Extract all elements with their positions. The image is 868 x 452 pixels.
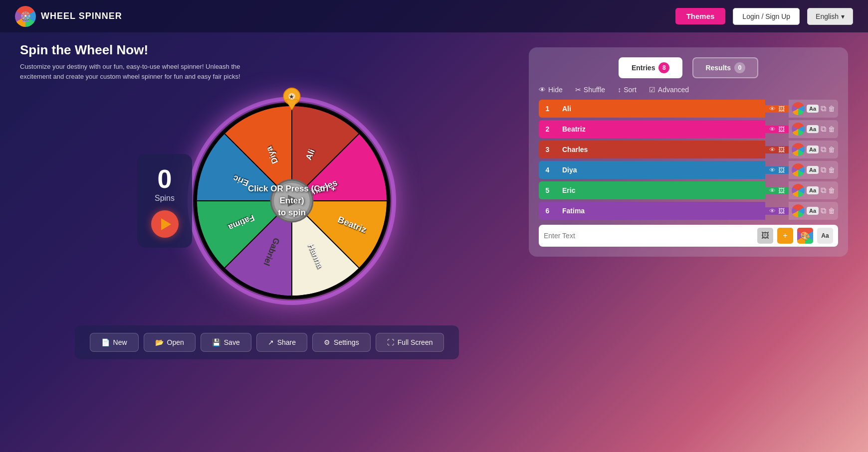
settings-button[interactable]: ⚙ Settings xyxy=(312,333,371,352)
themes-button[interactable]: Themes xyxy=(675,8,726,24)
color-picker-button[interactable]: 🎨 xyxy=(797,228,813,244)
hide-button[interactable]: 👁 Hide xyxy=(539,86,563,94)
entries-panel: Entries 8 Results 0 👁 Hide ✂ Shuffle ↕ S… xyxy=(529,47,848,257)
entry-row: 3 Charles 👁 🖼 Aa ⧉ 🗑 xyxy=(539,141,838,158)
copy-icon-2[interactable]: ⧉ xyxy=(821,125,826,134)
eye-icon-6[interactable]: 👁 xyxy=(769,207,776,215)
entry-row: 5 Eric 👁 🖼 Aa ⧉ 🗑 xyxy=(539,181,838,199)
copy-icon-6[interactable]: ⧉ xyxy=(821,206,826,215)
trash-icon-6[interactable]: 🗑 xyxy=(828,207,835,215)
font-btn-4[interactable]: Aa xyxy=(807,166,819,174)
globe-icon-5[interactable] xyxy=(792,184,805,197)
open-label: Open xyxy=(167,338,184,346)
language-button[interactable]: English ▾ xyxy=(807,8,853,25)
share-icon: ↗ xyxy=(268,338,274,346)
add-entry-input[interactable] xyxy=(544,232,753,240)
entry-actions-right-1: Aa ⧉ 🗑 xyxy=(789,100,838,118)
image-icon-3[interactable]: 🖼 xyxy=(778,146,785,153)
wheel-wrapper[interactable]: ★ xyxy=(187,96,397,305)
new-button[interactable]: 📄 New xyxy=(90,333,139,352)
eye-icon-1[interactable]: 👁 xyxy=(769,105,776,113)
header-right: Themes Login / Sign Up English ▾ xyxy=(675,8,853,25)
add-entry-button[interactable]: + xyxy=(777,228,793,244)
trash-icon-1[interactable]: 🗑 xyxy=(828,105,835,113)
entry-name-2: Beatriz xyxy=(556,120,765,138)
sort-icon: ↕ xyxy=(618,86,621,94)
entry-num-2: 2 xyxy=(539,120,556,138)
image-icon-4[interactable]: 🖼 xyxy=(778,166,785,174)
entry-name-1: Ali xyxy=(556,100,765,118)
trash-icon-5[interactable]: 🗑 xyxy=(828,186,835,194)
panel-controls: 👁 Hide ✂ Shuffle ↕ Sort ☑ Advanced xyxy=(539,86,838,94)
image-icon-6[interactable]: 🖼 xyxy=(778,207,785,215)
globe-icon-1[interactable] xyxy=(792,102,805,115)
font-btn-1[interactable]: Aa xyxy=(807,105,819,113)
image-icon-1[interactable]: 🖼 xyxy=(778,105,785,113)
fullscreen-label: Full Screen xyxy=(398,338,433,346)
font-btn-3[interactable]: Aa xyxy=(807,146,819,153)
entry-num-6: 6 xyxy=(539,202,556,220)
font-style-button[interactable]: Aa xyxy=(817,228,833,244)
svg-marker-1 xyxy=(286,100,298,110)
entry-name-3: Charles xyxy=(556,141,765,158)
results-tab[interactable]: Results 0 xyxy=(692,57,758,78)
trash-icon-2[interactable]: 🗑 xyxy=(828,125,835,133)
add-entry-row: 🖼 + 🎨 Aa xyxy=(539,225,838,247)
advanced-icon: ☑ xyxy=(649,86,655,94)
trash-icon-4[interactable]: 🗑 xyxy=(828,166,835,174)
font-btn-5[interactable]: Aa xyxy=(807,186,819,194)
eye-icon-5[interactable]: 👁 xyxy=(769,187,776,194)
fullscreen-button[interactable]: ⛶ Full Screen xyxy=(376,333,444,352)
language-label: English xyxy=(816,12,839,20)
entries-tab[interactable]: Entries 8 xyxy=(619,57,682,78)
results-count-badge: 0 xyxy=(734,62,745,73)
login-button[interactable]: Login / Sign Up xyxy=(733,8,800,25)
eye-icon-3[interactable]: 👁 xyxy=(769,146,776,153)
chevron-down-icon: ▾ xyxy=(841,12,845,20)
entries-tab-label: Entries xyxy=(632,64,655,72)
wheel-svg[interactable]: Charles Beatriz Hanna Gabriel Fatima Eri… xyxy=(187,96,397,305)
copy-icon-1[interactable]: ⧉ xyxy=(821,104,826,113)
globe-icon-3[interactable] xyxy=(792,143,805,156)
globe-icon-2[interactable] xyxy=(792,123,805,136)
entry-row: 1 Ali 👁 🖼 Aa ⧉ 🗑 xyxy=(539,100,838,118)
new-icon: 📄 xyxy=(101,338,110,346)
settings-icon: ⚙ xyxy=(324,338,330,346)
image-icon-2[interactable]: 🖼 xyxy=(778,126,785,133)
add-image-button[interactable]: 🖼 xyxy=(757,228,773,244)
entry-num-5: 5 xyxy=(539,181,556,199)
settings-label: Settings xyxy=(334,338,359,346)
advanced-button[interactable]: ☑ Advanced xyxy=(649,86,689,94)
save-icon: 💾 xyxy=(212,338,220,346)
sort-button[interactable]: ↕ Sort xyxy=(618,86,637,94)
entry-name-5: Eric xyxy=(556,181,765,199)
hide-icon: 👁 xyxy=(539,86,546,94)
trash-icon-3[interactable]: 🗑 xyxy=(828,146,835,153)
page-subtitle: Customize your destiny with our fun, eas… xyxy=(20,62,259,81)
globe-icon-4[interactable] xyxy=(792,163,805,176)
play-button[interactable] xyxy=(151,210,179,238)
wheel-container: 0 Spins ★ xyxy=(20,96,514,305)
font-btn-2[interactable]: Aa xyxy=(807,125,819,133)
copy-icon-3[interactable]: ⧉ xyxy=(821,145,826,154)
image-icon-5[interactable]: 🖼 xyxy=(778,187,785,194)
entry-actions-right-3: Aa ⧉ 🗑 xyxy=(789,141,838,158)
entry-actions-left-4: 👁 🖼 xyxy=(765,166,789,174)
globe-icon-6[interactable] xyxy=(792,204,805,217)
copy-icon-5[interactable]: ⧉ xyxy=(821,186,826,195)
entry-actions-left-6: 👁 🖼 xyxy=(765,207,789,215)
eye-icon-2[interactable]: 👁 xyxy=(769,126,776,133)
copy-icon-4[interactable]: ⧉ xyxy=(821,165,826,174)
left-side: Spin the Wheel Now! Customize your desti… xyxy=(20,42,514,359)
eye-icon-4[interactable]: 👁 xyxy=(769,166,776,174)
font-btn-6[interactable]: Aa xyxy=(807,207,819,215)
open-button[interactable]: 📂 Open xyxy=(144,333,196,352)
entries-count-badge: 8 xyxy=(658,62,669,73)
logo-icon: 🎡 xyxy=(15,6,36,27)
shuffle-button[interactable]: ✂ Shuffle xyxy=(575,86,605,94)
spins-label: Spins xyxy=(155,194,175,203)
share-button[interactable]: ↗ Share xyxy=(256,333,307,352)
save-label: Save xyxy=(224,338,240,346)
entry-name-6: Fatima xyxy=(556,202,765,220)
save-button[interactable]: 💾 Save xyxy=(201,333,251,352)
